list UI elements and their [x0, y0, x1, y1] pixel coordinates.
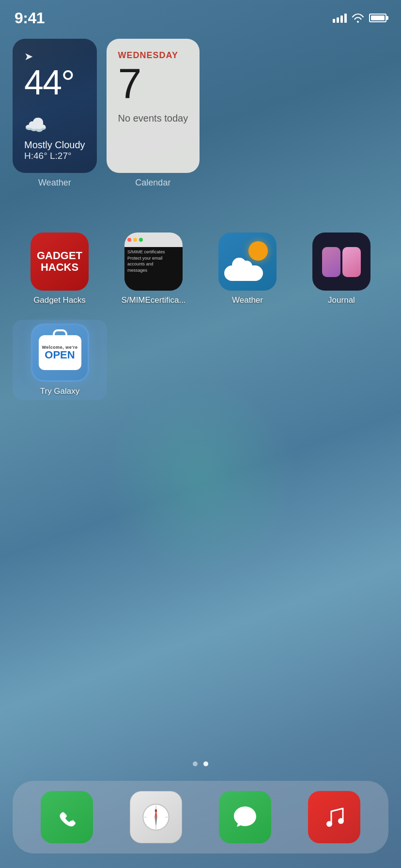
- app-row-1: GADGET HACKS Gadget Hacks S/MIME certifi…: [13, 232, 388, 320]
- weather-widget-label: Weather: [13, 178, 97, 188]
- app-label-gadget-hacks: Gadget Hacks: [33, 295, 86, 305]
- calendar-day-name: WEDNESDAY: [118, 50, 188, 61]
- app-grid: GADGET HACKS Gadget Hacks S/MIME certifi…: [13, 232, 388, 411]
- dock-item-safari[interactable]: N: [130, 791, 182, 843]
- weather-widget[interactable]: ➤ 44° ☁️ Mostly Cloudy H:46° L:27°: [13, 39, 97, 173]
- app-icon-gadget-hacks: GADGET HACKS: [31, 232, 89, 291]
- wifi-icon: [352, 13, 364, 23]
- weather-widget-wrapper: ➤ 44° ☁️ Mostly Cloudy H:46° L:27° Weath…: [13, 39, 97, 188]
- page-dot-1[interactable]: [193, 761, 198, 766]
- widgets-row: ➤ 44° ☁️ Mostly Cloudy H:46° L:27° Weath…: [13, 39, 388, 188]
- app-label-try-galaxy: Try Galaxy: [40, 387, 80, 396]
- dock-item-music[interactable]: [308, 791, 360, 843]
- calendar-widget[interactable]: WEDNESDAY 7 No events today: [107, 39, 200, 173]
- svg-text:N: N: [155, 809, 157, 812]
- dock-icon-music: [308, 791, 360, 843]
- svg-point-10: [338, 818, 344, 824]
- dock-item-messages[interactable]: [219, 791, 271, 843]
- dock-icon-phone: [41, 791, 93, 843]
- app-item-smime[interactable]: S/MIME certificatesProtect your email ac…: [107, 232, 200, 305]
- messages-icon: [231, 803, 260, 832]
- app-icon-try-galaxy: Welcome, we're OPEN: [31, 324, 89, 382]
- calendar-date: 7: [118, 62, 188, 105]
- status-bar: 9:41: [0, 0, 401, 29]
- page-dot-2[interactable]: [203, 761, 208, 766]
- calendar-widget-wrapper: WEDNESDAY 7 No events today Calendar: [107, 39, 200, 188]
- app-icon-smime: S/MIME certificatesProtect your email ac…: [124, 232, 183, 291]
- safari-compass-icon: N: [141, 803, 170, 832]
- svg-point-9: [326, 821, 332, 827]
- location-icon: ➤: [24, 50, 85, 63]
- app-label-weather: Weather: [232, 295, 263, 305]
- app-label-smime: S/MIMEcertifica...: [121, 295, 185, 305]
- dock-icon-messages: [219, 791, 271, 843]
- app-item-weather[interactable]: Weather: [200, 232, 294, 305]
- dock: N: [13, 781, 388, 853]
- app-icon-weather: [218, 232, 277, 291]
- weather-high-low: H:46° L:27°: [24, 151, 85, 161]
- weather-condition: Mostly Cloudy: [24, 140, 85, 151]
- dock-item-phone[interactable]: [41, 791, 93, 843]
- app-row-2: Welcome, we're OPEN Try Galaxy: [13, 320, 388, 411]
- music-icon: [320, 803, 349, 832]
- app-item-try-galaxy[interactable]: Welcome, we're OPEN Try Galaxy: [13, 320, 107, 400]
- app-icon-journal: [312, 232, 370, 291]
- calendar-no-events: No events today: [118, 113, 188, 124]
- status-icons: [333, 13, 386, 23]
- app-item-gadget-hacks[interactable]: GADGET HACKS Gadget Hacks: [13, 232, 107, 305]
- status-time: 9:41: [15, 9, 45, 27]
- weather-temperature: 44°: [24, 65, 85, 100]
- dock-icon-safari: N: [130, 791, 182, 843]
- signal-icon: [333, 13, 347, 23]
- app-item-journal[interactable]: Journal: [294, 232, 388, 305]
- page-dots: [193, 761, 208, 766]
- phone-icon: [52, 803, 81, 832]
- app-label-journal: Journal: [328, 295, 355, 305]
- cloud-icon: ☁️: [24, 114, 85, 136]
- battery-icon: [369, 14, 386, 22]
- calendar-widget-label: Calendar: [107, 178, 200, 188]
